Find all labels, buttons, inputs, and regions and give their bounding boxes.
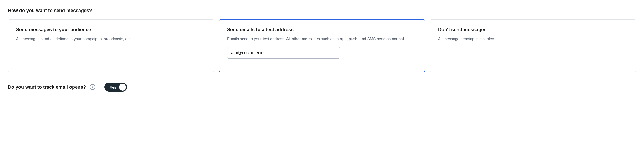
toggle-knob — [119, 84, 126, 91]
track-opens-label: Do you want to track email opens? — [8, 84, 86, 90]
card-description: Emails send to your test address. All ot… — [227, 36, 417, 42]
test-email-input[interactable] — [227, 47, 340, 59]
card-description: All message sending is disabled. — [438, 36, 628, 42]
card-title: Send messages to your audience — [16, 27, 206, 32]
send-options-row: Send messages to your audience All messa… — [8, 19, 636, 72]
section-heading: How do you want to send messages? — [8, 8, 636, 13]
option-dont-send[interactable]: Don't send messages All message sending … — [430, 19, 636, 72]
toggle-label: Yes — [110, 85, 117, 89]
card-title: Send emails to a test address — [227, 27, 417, 32]
card-title: Don't send messages — [438, 27, 628, 32]
option-send-test-address[interactable]: Send emails to a test address Emails sen… — [219, 19, 425, 72]
track-opens-toggle[interactable]: Yes — [104, 83, 127, 92]
option-send-audience[interactable]: Send messages to your audience All messa… — [8, 19, 214, 72]
track-opens-row: Do you want to track email opens? ? Yes — [8, 83, 636, 92]
help-icon[interactable]: ? — [90, 84, 95, 90]
card-description: All messages send as defined in your cam… — [16, 36, 206, 42]
